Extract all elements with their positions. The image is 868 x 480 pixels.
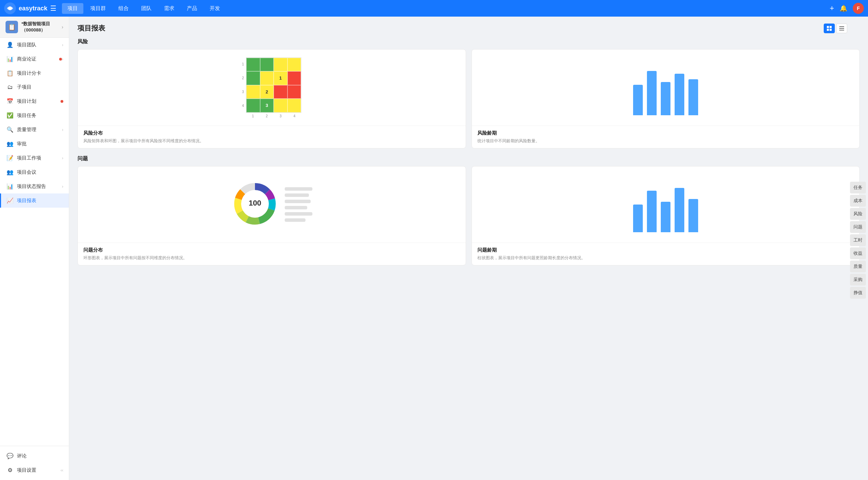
quick-btn-revenue[interactable]: 收益 [850, 247, 866, 259]
ibar-2 [661, 202, 670, 232]
risk-matrix-grid: 1 2 3 [246, 57, 301, 113]
legend-line-5 [285, 212, 312, 216]
matrix-cell-1-3 [274, 99, 287, 112]
quick-btn-purchase[interactable]: 采购 [850, 274, 866, 286]
bell-icon[interactable]: 🔔 [840, 4, 847, 12]
sidebar-label-5: 项目任务 [17, 112, 63, 119]
plan-icon: 📅 [7, 98, 13, 105]
project-chevron-icon: › [62, 24, 63, 30]
workitems-icon: 📝 [7, 155, 13, 161]
matrix-cell-3-2 [260, 71, 274, 85]
bar-0 [633, 85, 643, 115]
nav-item-dev[interactable]: 开发 [204, 3, 226, 14]
bar-4 [688, 79, 698, 115]
grid-view-button[interactable] [824, 24, 835, 33]
nav-item-requirements[interactable]: 需求 [158, 3, 180, 14]
matrix-cell-2-4 [287, 85, 301, 99]
sidebar-item-settings[interactable]: ⚙ 项目设置 ‹‹ [0, 463, 69, 477]
risk-cards-row: 4 3 2 1 [77, 49, 860, 148]
sidebar-item-approval[interactable]: 👥 审批 [0, 137, 69, 151]
matrix-cell-1-2: 3 [260, 99, 274, 112]
card-issue-age[interactable]: 问题龄期 柱状图表，展示项目中所有问题更照龄期长度的分布情况。 [472, 166, 860, 265]
risk-matrix-chart: 4 3 2 1 [78, 49, 466, 126]
sidebar-item-comments[interactable]: 💬 评论 [0, 449, 69, 463]
matrix-cell-1-4 [287, 99, 301, 112]
quick-btn-quality[interactable]: 质量 [850, 261, 866, 272]
sidebar-item-status-report[interactable]: 📊 项目状态报告 › [0, 179, 69, 193]
nav-item-program[interactable]: 项目群 [85, 3, 111, 14]
sidebar-item-project-team[interactable]: 👤 项目团队 › [0, 38, 69, 52]
issue-age-footer: 问题龄期 柱状图表，展示项目中所有问题更照龄期长度的分布情况。 [472, 243, 860, 265]
add-icon[interactable]: + [830, 4, 834, 13]
matrix-cell-3-3: 1 [274, 71, 287, 85]
card-risk-age[interactable]: 风险龄期 统计项目中不同龄期的风险数量。 [472, 49, 860, 148]
nav-item-portfolio[interactable]: 组合 [113, 3, 134, 14]
sidebar: 📋 *数据智能项目（000088） › 👤 项目团队 › 📊 商业论证 › 📋 … [0, 17, 69, 480]
sidebar-item-business-case[interactable]: 📊 商业论证 › [0, 52, 69, 66]
risk-distribution-footer: 风险分布 风险矩阵表和环图，展示项目中所有风险按不同维度的分布情况。 [78, 126, 466, 148]
matrix-cell-1-1 [246, 99, 260, 112]
list-view-button[interactable] [836, 24, 847, 33]
status-report-icon: 📊 [7, 183, 13, 190]
arrow-icon-8: › [62, 156, 63, 161]
sidebar-item-reports[interactable]: 📈 项目报表 [0, 193, 69, 208]
sidebar-project[interactable]: 📋 *数据智能项目（000088） › [0, 17, 69, 38]
team-icon: 👤 [7, 42, 13, 48]
sidebar-item-meeting[interactable]: 👥 项目会议 [0, 165, 69, 179]
sidebar-item-workitems[interactable]: 📝 项目工作项 › [0, 151, 69, 165]
legend-line-3 [285, 200, 311, 203]
sidebar-item-tasks[interactable]: ✅ 项目任务 [0, 108, 69, 123]
sidebar-label-11: 项目报表 [17, 198, 63, 204]
sidebar-item-subproject[interactable]: 🗂 子项目 [0, 80, 69, 94]
card-name-risk-dist: 风险分布 [83, 130, 460, 136]
quick-btn-hours[interactable]: 工时 [850, 234, 866, 246]
sidebar-label-6: 质量管理 [17, 127, 62, 133]
legend-line-6 [285, 218, 305, 222]
card-risk-distribution[interactable]: 4 3 2 1 [77, 49, 466, 148]
dot-indicator-1 [59, 58, 62, 61]
sidebar-menu: 👤 项目团队 › 📊 商业论证 › 📋 项目计分卡 🗂 子项目 [0, 38, 69, 446]
tasks-icon: ✅ [7, 112, 13, 119]
quick-btn-issues[interactable]: 问题 [850, 221, 866, 233]
nav-item-team[interactable]: 团队 [136, 3, 157, 14]
ibar-col-1 [647, 191, 657, 232]
card-desc-risk-age: 统计项目中不同龄期的风险数量。 [477, 138, 854, 144]
ibar-4 [688, 199, 698, 232]
nav-item-product[interactable]: 产品 [181, 3, 203, 14]
approval-icon: 👥 [7, 141, 13, 147]
sidebar-label-3: 子项目 [17, 84, 63, 90]
hamburger-icon[interactable]: ☰ [50, 4, 56, 12]
arrow-icon-1: › [62, 57, 63, 62]
matrix-x-axis: 1 2 3 4 [246, 114, 301, 118]
sidebar-item-plan[interactable]: 📅 项目计划 [0, 94, 69, 108]
matrix-cell-3-4 [287, 71, 301, 85]
matrix-cell-4-4 [287, 58, 301, 72]
ibar-1 [647, 191, 657, 232]
matrix-grid-wrap: 1 2 3 [246, 57, 301, 118]
sidebar-item-quality[interactable]: 🔍 质量管理 › [0, 123, 69, 137]
quick-btn-ev[interactable]: 挣值 [850, 287, 866, 299]
issues-cards-row: 100 [77, 166, 860, 265]
quick-btn-cost[interactable]: 成本 [850, 195, 866, 207]
sidebar-label-0: 项目团队 [17, 42, 62, 48]
matrix-cell-3-1 [246, 71, 260, 85]
logo[interactable]: easytrack [4, 2, 47, 14]
sidebar-label-4: 项目计划 [17, 98, 59, 105]
card-name-issue-dist: 问题分布 [83, 247, 460, 253]
nav-item-project[interactable]: 项目 [62, 3, 83, 14]
quick-btn-risk[interactable]: 风险 [850, 208, 866, 220]
sidebar-item-scorecard[interactable]: 📋 项目计分卡 [0, 66, 69, 80]
subproject-icon: 🗂 [7, 84, 13, 90]
ibar-col-0 [633, 205, 643, 232]
topnav-right: + 🔔 F [830, 3, 864, 14]
sidebar-label-2: 项目计分卡 [17, 70, 63, 76]
comments-icon: 💬 [7, 453, 13, 459]
risk-age-chart [472, 49, 860, 126]
bar-col-4 [688, 79, 698, 115]
avatar[interactable]: F [853, 3, 864, 14]
quick-btn-tasks[interactable]: 任务 [850, 182, 866, 193]
matrix-cell-4-2 [260, 58, 274, 72]
legend-lines [285, 187, 312, 222]
bar-chart-risk-age [628, 60, 704, 115]
card-issue-distribution[interactable]: 100 [77, 166, 466, 265]
